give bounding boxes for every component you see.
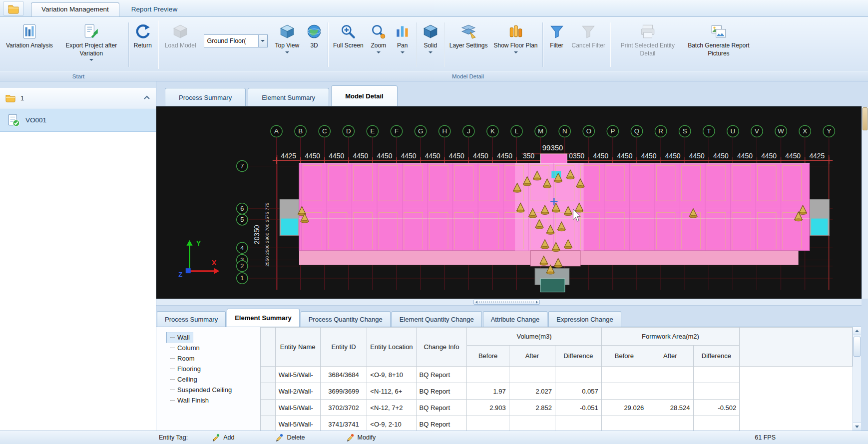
col-header-after-volume[interactable]: After bbox=[509, 346, 555, 367]
cell-fw-diff[interactable] bbox=[693, 367, 740, 383]
bottom-tab-element-quantity-change[interactable]: Element Quantity Change bbox=[392, 311, 482, 327]
cell-fw-before[interactable] bbox=[601, 383, 647, 400]
row-selector[interactable] bbox=[261, 416, 276, 431]
model-vertical-scrollbar[interactable] bbox=[862, 106, 868, 299]
tree-item-room[interactable]: Room bbox=[166, 353, 198, 364]
cell-vol-after[interactable]: 2.852 bbox=[509, 400, 555, 416]
model-canvas[interactable]: ABCDEFGHJKLMNOPQRSTUVWXY4425445044504450… bbox=[156, 106, 862, 299]
row-selector[interactable] bbox=[261, 367, 276, 383]
model-viewport[interactable]: ABCDEFGHJKLMNOPQRSTUVWXY4425445044504450… bbox=[156, 106, 862, 299]
cell-vol-before[interactable]: 1.97 bbox=[467, 383, 509, 400]
cell-entity-id[interactable]: 3684/3684 bbox=[320, 367, 367, 383]
cell-entity-location[interactable]: <N-12, 7+2 bbox=[367, 400, 416, 416]
cell-entity-name[interactable]: Wall-2/Wall- bbox=[275, 383, 320, 400]
tree-item-flooring[interactable]: Flooring bbox=[166, 364, 204, 374]
cell-vol-diff[interactable]: 0.057 bbox=[555, 383, 602, 400]
col-header-before-formwork[interactable]: Before bbox=[601, 346, 647, 367]
cell-vol-after[interactable] bbox=[509, 367, 555, 383]
cell-entity-id[interactable]: 3699/3699 bbox=[320, 383, 367, 400]
cell-entity-name[interactable]: Wall-5/Wall- bbox=[275, 367, 320, 383]
show-floor-plan-button[interactable]: Show Floor Plan bbox=[490, 19, 540, 70]
variation-analysis-button[interactable]: Variation Analysis bbox=[3, 19, 56, 70]
table-vscroll-thumb[interactable] bbox=[854, 337, 861, 357]
cell-fw-after[interactable] bbox=[647, 383, 693, 400]
bottom-tab-process-summary[interactable]: Process Summary bbox=[157, 311, 226, 327]
filter-button[interactable]: Filter bbox=[545, 19, 569, 70]
tree-item-wall-finish[interactable]: Wall Finish bbox=[166, 395, 212, 406]
cell-change-info[interactable]: BQ Report bbox=[416, 416, 467, 431]
cell-vol-after[interactable]: 2.027 bbox=[509, 383, 555, 400]
batch-generate-report-pictures-button[interactable]: Batch Generate Report Pictures bbox=[683, 19, 754, 70]
table-row[interactable]: Wall-5/Wall-3684/3684<O-9, 8+10BQ Report bbox=[261, 367, 853, 383]
col-header-difference-volume[interactable]: Difference bbox=[555, 346, 602, 367]
cell-vol-diff[interactable]: -0.051 bbox=[555, 400, 602, 416]
window-tab-report-preview[interactable]: Report Preview bbox=[121, 2, 188, 16]
pan-button[interactable]: Pan bbox=[391, 19, 415, 70]
row-selector[interactable] bbox=[261, 400, 276, 416]
table-row[interactable]: Wall-5/Wall-3702/3702<N-12, 7+2BQ Report… bbox=[261, 400, 853, 416]
model-horizontal-scrollbar[interactable] bbox=[156, 299, 862, 306]
cell-fw-after[interactable] bbox=[647, 416, 693, 431]
table-vertical-scrollbar[interactable] bbox=[853, 327, 861, 431]
floor-selector-combo[interactable]: Ground Floor( bbox=[204, 34, 268, 47]
return-button[interactable]: Return bbox=[131, 19, 155, 70]
cell-entity-name[interactable]: Wall-5/Wall- bbox=[275, 400, 320, 416]
cell-entity-id[interactable]: 3741/3741 bbox=[320, 416, 367, 431]
bottom-tab-expression-change[interactable]: Expression Change bbox=[548, 311, 621, 327]
tree-item-ceiling[interactable]: Ceiling bbox=[166, 374, 201, 385]
scroll-up-button[interactable] bbox=[853, 327, 861, 335]
table-row[interactable]: Wall-2/Wall-3699/3699<N-112, 6+BQ Report… bbox=[261, 383, 853, 400]
header-filler[interactable] bbox=[740, 328, 853, 367]
cell-vol-before[interactable] bbox=[467, 416, 509, 431]
col-header-before-volume[interactable]: Before bbox=[467, 346, 509, 367]
col-group-formwork-area[interactable]: Formwork Area(m2) bbox=[601, 328, 739, 346]
cell-vol-before[interactable] bbox=[467, 367, 509, 383]
project-folder-header[interactable]: 1 bbox=[0, 88, 156, 108]
cell-fw-diff[interactable]: -0.502 bbox=[693, 400, 740, 416]
cell-fw-before[interactable] bbox=[601, 416, 647, 431]
cell-vol-diff[interactable] bbox=[555, 367, 602, 383]
col-group-volume[interactable]: Volume(m3) bbox=[467, 328, 601, 346]
cell-entity-location[interactable]: <N-112, 6+ bbox=[367, 383, 416, 400]
model-hscroll-thumb[interactable] bbox=[473, 300, 540, 305]
tree-item-wall[interactable]: Wall bbox=[166, 332, 193, 343]
model-vscroll-thumb[interactable] bbox=[863, 107, 868, 130]
main-tab-model-detail[interactable]: Model Detail bbox=[331, 85, 398, 106]
layer-settings-button[interactable]: Layer Settings bbox=[446, 19, 491, 70]
cell-vol-diff[interactable] bbox=[555, 416, 602, 431]
cell-fw-after[interactable]: 28.524 bbox=[647, 400, 693, 416]
col-header-entity-name[interactable]: Entity Name bbox=[275, 328, 320, 367]
cell-change-info[interactable]: BQ Report bbox=[416, 400, 467, 416]
bottom-tab-attribute-change[interactable]: Attribute Change bbox=[483, 311, 548, 327]
app-folder-button[interactable] bbox=[3, 1, 24, 16]
cell-fw-diff[interactable] bbox=[693, 383, 740, 400]
tree-item-column[interactable]: Column bbox=[166, 343, 203, 353]
col-header-after-formwork[interactable]: After bbox=[647, 346, 693, 367]
entity-tag-modify[interactable]: Modify bbox=[346, 434, 376, 442]
zoom-button[interactable]: Zoom bbox=[367, 19, 391, 70]
cell-vol-after[interactable] bbox=[509, 416, 555, 431]
3d-button[interactable]: 3D bbox=[302, 19, 326, 70]
cell-vol-before[interactable]: 2.903 bbox=[467, 400, 509, 416]
tree-item-suspended-ceiling[interactable]: Suspended Ceiling bbox=[166, 385, 235, 395]
table-row[interactable]: Wall-5/Wall-3741/3741<O-9, 2-10BQ Report bbox=[261, 416, 853, 431]
window-tab-variation-management[interactable]: Variation Management bbox=[31, 2, 119, 16]
main-tab-element-summary[interactable]: Element Summary bbox=[248, 88, 329, 106]
bottom-tab-element-summary[interactable]: Element Summary bbox=[227, 309, 299, 327]
cell-entity-id[interactable]: 3702/3702 bbox=[320, 400, 367, 416]
cell-fw-before[interactable]: 29.026 bbox=[601, 400, 647, 416]
main-tab-process-summary[interactable]: Process Summary bbox=[165, 88, 246, 106]
cell-fw-after[interactable] bbox=[647, 367, 693, 383]
entity-tag-delete[interactable]: Delete bbox=[275, 434, 305, 442]
row-selector[interactable] bbox=[261, 383, 276, 400]
cell-entity-location[interactable]: <O-9, 8+10 bbox=[367, 367, 416, 383]
bottom-tab-process-quantity-change[interactable]: Process Quantity Change bbox=[301, 311, 391, 327]
solid-button[interactable]: Solid bbox=[419, 19, 442, 70]
cell-entity-name[interactable]: Wall-5/Wall- bbox=[275, 416, 320, 431]
collapse-panel-button[interactable] bbox=[143, 94, 151, 101]
cell-fw-before[interactable] bbox=[601, 367, 647, 383]
top-view-button[interactable]: Top View bbox=[272, 19, 302, 70]
row-selector-header[interactable] bbox=[261, 328, 276, 367]
cell-change-info[interactable]: BQ Report bbox=[416, 367, 467, 383]
variation-item-vo001[interactable]: VO001 bbox=[0, 108, 156, 132]
